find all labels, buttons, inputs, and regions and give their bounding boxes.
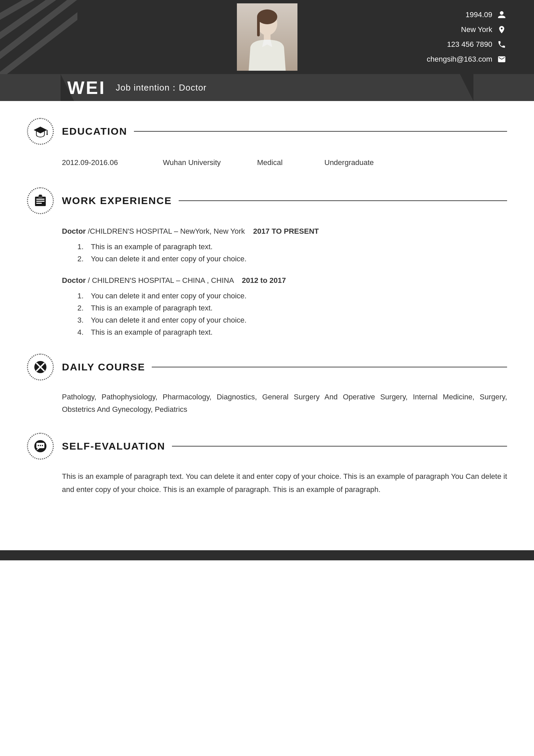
header-phone-row: 123 456 7890 [427,39,507,50]
work-title: WORK EXPERIENCE [62,195,172,206]
work-section-header: WORK EXPERIENCE [27,187,507,214]
edu-date: 2012.09-2016.06 [62,158,136,167]
header-info-block: 1994.09 New York 123 456 7890 chengsih@1… [427,9,507,65]
job-2-period: 2012 to 2017 [242,276,286,285]
self-evaluation-title: SELF-EVALUATION [62,440,165,452]
name-banner: WEI Job intention：Doctor [0,74,534,101]
education-entry: 2012.09-2016.06 Wuhan University Medical… [27,155,507,170]
svg-rect-16 [36,203,42,204]
svg-point-25 [38,445,39,446]
work-icon [27,187,54,214]
job-2-header: Doctor / CHILDREN'S HOSPITAL – CHINA , C… [27,273,507,288]
resume-header: 1994.09 New York 123 456 7890 chengsih@1… [0,0,534,74]
header-phone: 123 456 7890 [447,40,492,49]
header-email: chengsih@163.com [427,55,492,64]
svg-rect-18 [39,195,42,197]
education-title-line: EDUCATION [62,126,507,137]
job-1-list: 1.This is an example of paragraph text. … [27,242,507,263]
daily-course-section: DAILY COURSE Pathology, Pathophysiology,… [27,354,507,416]
svg-rect-8 [257,16,260,36]
svg-rect-14 [36,199,44,200]
list-item: 1.This is an example of paragraph text. [77,242,507,251]
job-2-rest: / CHILDREN'S HOSPITAL – CHINA , CHINA [86,276,234,285]
self-evaluation-divider [172,446,507,447]
header-date-row: 1994.09 [427,9,507,20]
svg-point-7 [257,9,277,24]
footer-bar [0,550,534,560]
list-item: 2.You can delete it and enter copy of yo… [77,255,507,263]
svg-rect-15 [36,201,44,202]
svg-point-27 [42,445,43,446]
self-evaluation-section-header: SELF-EVALUATION [27,433,507,460]
svg-rect-9 [264,34,271,40]
education-divider [134,131,507,132]
svg-marker-10 [34,127,47,133]
main-content: EDUCATION 2012.09-2016.06 Wuhan Universi… [0,101,534,530]
self-evaluation-section: SELF-EVALUATION This is an example of pa… [27,433,507,496]
daily-course-text: Pathology, Pathophysiology, Pharmacology… [27,391,507,416]
list-item: 1.You can delete it and enter copy of yo… [77,292,507,300]
education-section-header: EDUCATION [27,118,507,145]
header-location: New York [461,25,492,34]
daily-course-icon [27,354,54,381]
work-divider [179,200,507,201]
job-1-rest: /CHILDREN'S HOSPITAL – NewYork, New York [86,227,245,235]
education-icon [27,118,54,145]
resume-name: WEI [67,77,106,98]
job-intention: Job intention：Doctor [116,82,207,94]
edu-level: Undergraduate [324,158,374,167]
self-evaluation-title-line: SELF-EVALUATION [62,440,507,452]
job-1-period: 2017 TO PRESENT [253,227,319,235]
header-date: 1994.09 [465,10,492,19]
location-icon [496,24,507,35]
education-title: EDUCATION [62,126,127,137]
phone-icon [496,39,507,50]
daily-course-section-header: DAILY COURSE [27,354,507,381]
edu-school: Wuhan University [163,158,230,167]
daily-course-title-line: DAILY COURSE [62,361,507,373]
svg-point-26 [40,445,41,446]
self-evaluation-icon [27,433,54,460]
daily-course-divider [152,367,507,367]
svg-point-12 [46,134,48,135]
list-item: 2.This is an example of paragraph text. [77,304,507,313]
edu-major: Medical [257,158,297,167]
work-experience-section: WORK EXPERIENCE Doctor /CHILDREN'S HOSPI… [27,187,507,337]
profile-photo-svg [237,3,297,71]
job-2-list: 1.You can delete it and enter copy of yo… [27,292,507,337]
job-1-header: Doctor /CHILDREN'S HOSPITAL – NewYork, N… [27,224,507,238]
job-2-title: Doctor [62,276,86,285]
header-email-row: chengsih@163.com [427,54,507,65]
header-location-row: New York [427,24,507,35]
daily-course-title: DAILY COURSE [62,361,145,373]
diagonal-lines-decoration [0,0,77,74]
person-icon [496,9,507,20]
email-icon [496,54,507,65]
profile-photo [237,3,297,71]
work-title-line: WORK EXPERIENCE [62,195,507,206]
self-evaluation-text: This is an example of paragraph text. Yo… [27,470,507,496]
list-item: 3.You can delete it and enter copy of yo… [77,316,507,325]
education-section: EDUCATION 2012.09-2016.06 Wuhan Universi… [27,118,507,170]
list-item: 4.This is an example of paragraph text. [77,328,507,337]
job-1-title: Doctor [62,227,86,235]
